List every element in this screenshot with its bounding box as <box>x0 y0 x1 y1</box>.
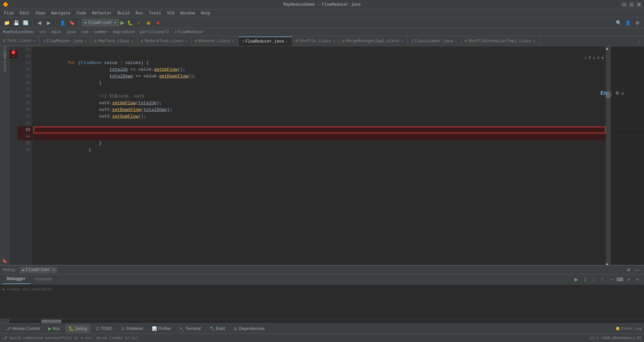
expand-warnings[interactable]: ▲ <box>601 56 604 60</box>
tab-reducetask[interactable]: C ReduceTask.class ✕ <box>138 37 192 46</box>
open-btn[interactable]: 📁 <box>3 19 11 27</box>
stop-button[interactable]: ■ <box>154 19 162 27</box>
forward-btn[interactable]: ▶ <box>45 19 53 27</box>
tab-flowreducer[interactable]: J FlowReducer.java ✕ <box>238 37 292 46</box>
vertical-scrollbar[interactable]: ▲ ▼ <box>606 46 610 265</box>
build-btn[interactable]: 🔨 Build <box>206 325 228 333</box>
maximize-button[interactable]: □ <box>629 2 634 7</box>
event-log-label[interactable]: Event Log <box>622 327 641 331</box>
bc-summer[interactable]: summer <box>93 30 108 35</box>
tab-task-close[interactable]: ✕ <box>33 39 36 43</box>
run-config-selector[interactable]: ▶ FlowDriver ▾ <box>82 19 119 26</box>
bookmarks-btn[interactable]: 🔖 <box>1 257 9 265</box>
breakpoint-33[interactable]: ✓ <box>11 50 15 54</box>
gutter-34[interactable]: ▾ <box>9 54 17 58</box>
code-content[interactable]: for (FlowBean value : values) { totalUp … <box>32 46 606 265</box>
menu-tools[interactable]: Tools <box>146 10 164 16</box>
menu-navigate[interactable]: Navigate <box>48 10 73 16</box>
save-btn[interactable]: 💾 <box>12 19 20 27</box>
tab-reducer[interactable]: C Reducer.class ✕ <box>192 37 238 46</box>
tab-shufflescheduler[interactable]: C ShuffleSchedulerImpl.class ✕ <box>462 37 540 46</box>
bc-main[interactable]: main <box>52 30 61 35</box>
tab-shuffle-close[interactable]: ✕ <box>332 39 335 44</box>
user-btn[interactable]: 👤 <box>58 19 66 27</box>
user-info[interactable]: CSDN_@Redamancy_06 <box>601 336 641 340</box>
scroll-track[interactable] <box>606 49 610 262</box>
fold-22[interactable]: ▾ <box>12 46 14 50</box>
menu-refactor[interactable]: Refactor <box>90 10 114 16</box>
profile-button[interactable]: ◉ <box>145 19 153 27</box>
menu-run[interactable]: Run <box>133 10 146 16</box>
debug-step-into-btn[interactable]: ↓ <box>590 275 598 283</box>
dependencies-btn[interactable]: 🗂 Dependencies <box>230 325 268 333</box>
tab-mergemanager[interactable]: C MergeManagerImpl.class ✕ <box>339 37 408 46</box>
search-everywhere-btn[interactable]: 🔍 <box>614 19 623 27</box>
menu-help[interactable]: Help <box>198 10 213 16</box>
tab-reducer-close[interactable]: ✕ <box>231 39 235 44</box>
gutter-22[interactable]: ▾ <box>9 46 17 50</box>
bc-partitioner2[interactable]: partitioner2 <box>140 30 169 35</box>
bc-mapreduce[interactable]: mapreduce <box>113 30 135 35</box>
tab-task-class[interactable]: C Task.class ✕ <box>0 36 40 46</box>
tab-classloader[interactable]: J ClassLoader.java ✕ <box>408 37 462 46</box>
tabs-overflow-btn[interactable]: ⋮ <box>635 38 643 46</box>
settings-btn[interactable]: ⚙ <box>633 19 641 27</box>
hscroll-thumb[interactable] <box>41 320 61 323</box>
tab-shufflescheduler-close[interactable]: ✕ <box>533 39 536 44</box>
tab-flowmapper-close[interactable]: ✕ <box>84 39 87 44</box>
structure-btn[interactable]: Structure <box>1 59 9 67</box>
tab-maptask-close[interactable]: ✕ <box>131 39 134 44</box>
todo-btn[interactable]: ☑ TODO <box>92 325 115 333</box>
profiler-btn[interactable]: 📊 Profiler <box>149 325 174 333</box>
debug-variables-btn[interactable]: ≡ <box>633 275 641 283</box>
title-bar-controls[interactable]: ─ □ ✕ <box>622 2 641 7</box>
version-control-btn[interactable]: ⎇ Version Control <box>3 325 43 333</box>
tab-mergemanager-close[interactable]: ✕ <box>400 39 404 44</box>
run-tool-btn[interactable]: ▶ Run <box>45 325 63 333</box>
menu-edit[interactable]: Edit <box>17 10 32 16</box>
debugger-tab[interactable]: Debugger <box>3 275 30 284</box>
scroll-down-btn[interactable]: ▼ <box>606 262 610 265</box>
debug-frames-btn[interactable]: ≡ <box>625 275 633 283</box>
bc-java[interactable]: java <box>66 30 76 35</box>
debug-resume-btn[interactable]: ▶ <box>572 275 580 283</box>
run-button[interactable]: ▶ <box>120 19 124 26</box>
gutter-33[interactable]: ✓ <box>9 50 17 54</box>
debug-step-out-btn[interactable]: ↑ <box>598 275 606 283</box>
debug-run-button[interactable]: 🐛 <box>126 19 134 27</box>
bc-src[interactable]: src <box>39 30 47 35</box>
problems-btn[interactable]: ⚠ Problems <box>118 325 147 333</box>
user-avatar-btn[interactable]: 👤 <box>624 19 632 27</box>
debug-run-to-cursor-btn[interactable]: → <box>607 275 615 283</box>
refresh-btn[interactable]: 🔄 <box>21 19 30 27</box>
debug-collapse-btn[interactable]: — <box>633 266 641 274</box>
menu-code[interactable]: Code <box>74 10 89 16</box>
close-button[interactable]: ✕ <box>637 2 641 7</box>
scroll-up-btn[interactable]: ▲ <box>606 46 610 49</box>
menu-file[interactable]: File <box>1 10 16 16</box>
debug-session-tab[interactable]: ▶ FlowDriver ✕ <box>20 267 57 273</box>
tab-classloader-close[interactable]: ✕ <box>454 39 458 44</box>
bc-com[interactable]: com <box>81 30 89 35</box>
tab-maptask[interactable]: C MapTask.class ✕ <box>91 37 138 46</box>
line-col-indicator[interactable]: 12:1 <box>590 336 599 340</box>
bookmark-btn[interactable]: 🔖 <box>68 19 76 27</box>
debug-session-close[interactable]: ✕ <box>53 268 55 272</box>
back-btn[interactable]: ◀ <box>35 19 43 27</box>
menu-build[interactable]: Build <box>115 10 132 16</box>
hscroll-track[interactable] <box>9 319 644 323</box>
fold-34[interactable]: ▾ <box>12 54 14 58</box>
menu-window[interactable]: Window <box>178 10 198 16</box>
minimize-button[interactable]: ─ <box>622 2 627 7</box>
tab-shuffle[interactable]: C Shuffle.class ✕ <box>292 37 339 46</box>
console-tab[interactable]: Console <box>32 275 56 284</box>
menu-view[interactable]: View <box>33 10 48 16</box>
debug-evaluate-btn[interactable]: ⌨ <box>616 275 624 283</box>
debug-settings-btn[interactable]: ⚙ <box>625 266 633 274</box>
debug-tool-btn[interactable]: 🐛 Debug <box>65 325 90 333</box>
terminal-btn[interactable]: >_ Terminal <box>176 325 204 333</box>
bc-project[interactable]: MapReduceDemo <box>3 30 34 35</box>
coverage-button[interactable]: ✓ <box>135 19 143 27</box>
tab-flowreducer-close[interactable]: ✕ <box>285 39 289 44</box>
tab-reducetask-close[interactable]: ✕ <box>184 39 188 44</box>
